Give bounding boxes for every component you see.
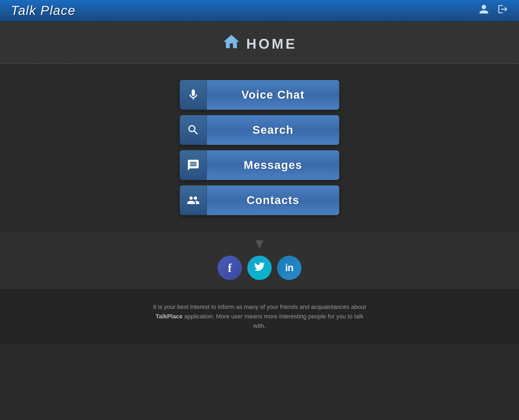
footer-text: It is your best interest to inform as ma… (151, 302, 368, 331)
contacts-label: Contacts (247, 194, 300, 207)
messages-label-area: Messages (207, 150, 339, 180)
facebook-icon: f (228, 261, 232, 275)
voice-chat-icon-area (180, 80, 207, 110)
footer-divider: ▼ f in (0, 231, 519, 288)
search-icon (187, 124, 200, 136)
facebook-button[interactable]: f (218, 256, 242, 280)
logout-icon[interactable] (497, 4, 508, 17)
contacts-icon (187, 194, 200, 207)
linkedin-icon: in (285, 262, 293, 274)
home-section: HOME (0, 22, 519, 64)
search-label-area: Search (207, 115, 339, 145)
logo: Talk Place (11, 3, 76, 18)
search-button[interactable]: Search (180, 115, 339, 145)
mic-icon (187, 88, 200, 101)
contacts-icon-area (180, 185, 207, 215)
footer-brand: TalkPlace (156, 313, 183, 320)
home-label: HOME (246, 36, 297, 52)
voice-chat-button[interactable]: Voice Chat (180, 80, 339, 110)
voice-chat-label-area: Voice Chat (207, 80, 339, 110)
twitter-button[interactable] (247, 256, 272, 280)
user-icon[interactable] (478, 4, 489, 17)
footer-bottom: It is your best interest to inform as ma… (0, 288, 519, 344)
messages-icon (187, 159, 200, 172)
voice-chat-label: Voice Chat (241, 88, 305, 101)
messages-icon-area (180, 150, 207, 180)
footer-text-part1: It is your best interest to inform as ma… (153, 304, 366, 310)
twitter-icon (254, 261, 265, 275)
search-label: Search (252, 124, 294, 136)
main-content: Voice Chat Search Messages (0, 64, 519, 231)
footer-text-part2: application. More user means more intere… (182, 313, 363, 329)
header: Talk Place (0, 0, 519, 22)
messages-label: Messages (244, 159, 302, 172)
contacts-label-area: Contacts (207, 185, 339, 215)
chevron-down-icon: ▼ (253, 237, 266, 250)
linkedin-button[interactable]: in (277, 256, 301, 280)
contacts-button[interactable]: Contacts (180, 185, 339, 215)
header-icons (478, 4, 508, 17)
home-icon (222, 32, 241, 55)
messages-button[interactable]: Messages (180, 150, 339, 180)
social-row: f in (218, 256, 301, 280)
search-icon-area (180, 115, 207, 145)
